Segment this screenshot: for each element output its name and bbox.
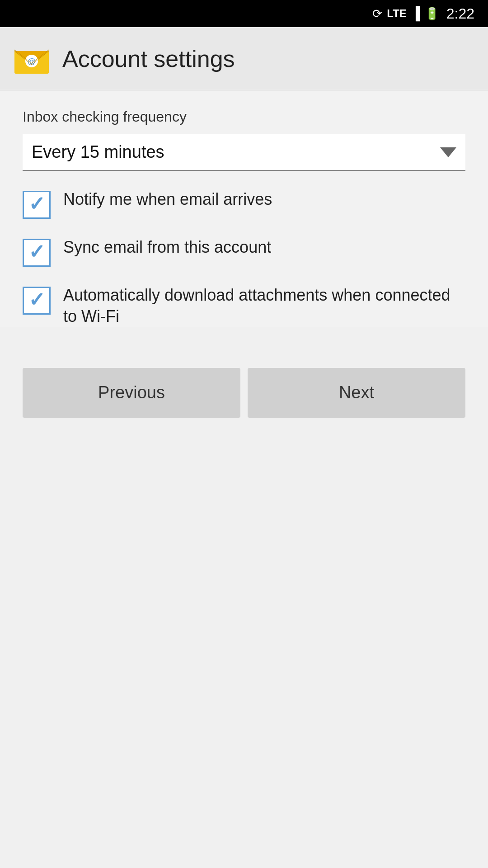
lte-icon: LTE <box>387 7 407 20</box>
email-app-icon: @ <box>14 43 50 75</box>
navigation-buttons: Previous Next <box>0 345 488 418</box>
sync-checkbox-row: ✓ Sync email from this account <box>23 237 465 267</box>
notify-checkbox-row: ✓ Notify me when email arrives <box>23 189 465 219</box>
previous-button[interactable]: Previous <box>23 368 240 418</box>
next-button[interactable]: Next <box>248 368 465 418</box>
rotate-icon: ⟳ <box>372 7 382 21</box>
section-label: Inbox checking frequency <box>23 108 465 125</box>
frequency-dropdown[interactable]: Every 15 minutes <box>23 134 465 171</box>
checkmark-icon: ✓ <box>28 290 45 310</box>
dropdown-value: Every 15 minutes <box>32 142 164 162</box>
status-bar: ⟳ LTE ▐ 🔋 2:22 <box>0 0 488 27</box>
attachments-checkbox[interactable]: ✓ <box>23 287 51 315</box>
battery-icon: 🔋 <box>425 7 439 21</box>
main-content: Inbox checking frequency Every 15 minute… <box>0 90 488 327</box>
checkmark-icon: ✓ <box>28 194 45 214</box>
status-bar-time: 2:22 <box>446 5 474 22</box>
notify-checkbox[interactable]: ✓ <box>23 191 51 219</box>
checkmark-icon: ✓ <box>28 242 45 262</box>
notify-label: Notify me when email arrives <box>63 189 272 210</box>
app-bar: @ Account settings <box>0 27 488 90</box>
attachments-label: Automatically download attachments when … <box>63 285 465 327</box>
page-title: Account settings <box>62 45 235 72</box>
status-bar-icons: ⟳ LTE ▐ 🔋 <box>372 6 439 21</box>
sync-label: Sync email from this account <box>63 237 271 258</box>
chevron-down-icon <box>440 147 456 157</box>
sync-checkbox[interactable]: ✓ <box>23 239 51 267</box>
signal-icon: ▐ <box>411 6 420 21</box>
attachments-checkbox-row: ✓ Automatically download attachments whe… <box>23 285 465 327</box>
